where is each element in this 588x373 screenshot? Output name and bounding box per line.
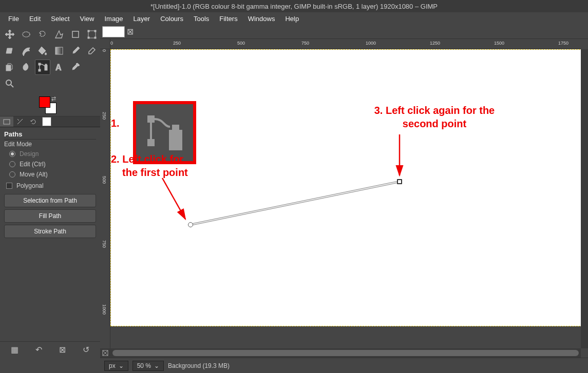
svg-rect-6	[94, 37, 96, 38]
menu-edit[interactable]: Edit	[24, 13, 46, 24]
mode-move[interactable]: Move (Alt)	[4, 169, 96, 180]
document-tab[interactable]	[102, 26, 125, 37]
svg-rect-18	[147, 115, 155, 123]
radio-icon	[9, 171, 15, 178]
ruler-label: 1250	[430, 41, 440, 46]
zoom-selector[interactable]: 50 % ⌄	[132, 361, 164, 371]
path-anchor-active[interactable]	[397, 179, 402, 184]
device-status-tab[interactable]	[13, 116, 27, 127]
svg-line-17	[191, 182, 400, 225]
menu-image[interactable]: Image	[99, 13, 128, 24]
path	[111, 50, 581, 327]
horizontal-scrollbar[interactable]	[110, 348, 581, 358]
ruler-label: 1500	[494, 41, 504, 46]
free-select-tool[interactable]	[35, 27, 50, 42]
ruler-corner[interactable]	[100, 39, 110, 49]
annotation-3: 3. Left click again for the second point	[352, 104, 517, 130]
selection-from-path-button[interactable]: Selection from Path	[4, 194, 96, 207]
menu-file[interactable]: File	[3, 13, 24, 24]
zoom-label: 50 %	[137, 362, 151, 369]
svg-rect-7	[55, 47, 63, 54]
unit-selector[interactable]: px ⌄	[104, 361, 128, 371]
fill-path-button[interactable]: Fill Path	[4, 209, 96, 223]
canvas[interactable]: 1. 2. Left click for the first point 3. …	[110, 49, 581, 326]
path-anchor[interactable]	[188, 222, 193, 227]
ruler-label: 250	[173, 41, 181, 46]
svg-rect-9	[39, 63, 41, 65]
dock-tabs	[0, 116, 100, 127]
svg-rect-10	[39, 69, 41, 71]
eraser-tool[interactable]	[84, 43, 100, 58]
navigation-preview-icon[interactable]	[100, 348, 110, 358]
polygonal-label: Polygonal	[16, 182, 44, 189]
images-tab[interactable]	[42, 117, 51, 126]
tool-options: Paths Edit Mode Design Edit (Ctrl) Move …	[0, 127, 100, 242]
window-title: *[Untitled]-1.0 (RGB colour 8-bit gamma …	[150, 3, 438, 10]
polygonal-option[interactable]: Polygonal	[4, 180, 96, 192]
left-panel: A ⇄ Paths Edit Mode Design Edit	[0, 25, 100, 358]
text-tool[interactable]: A	[51, 60, 67, 75]
svg-text:A: A	[55, 63, 62, 72]
ruler-label: 0	[102, 49, 107, 52]
crop-tool[interactable]	[68, 27, 83, 42]
paintbrush-tool[interactable]	[68, 43, 83, 58]
svg-point-0	[23, 32, 30, 37]
menu-windows[interactable]: Windows	[243, 13, 280, 24]
gradient-tool[interactable]	[51, 43, 67, 58]
options-title: Paths	[4, 129, 96, 140]
dock-bottom-icons: ▦ ↶ ⊠ ↺	[0, 341, 100, 358]
paths-tool[interactable]	[35, 60, 50, 75]
svg-rect-5	[88, 37, 89, 38]
delete-options-icon[interactable]: ⊠	[59, 345, 66, 355]
svg-rect-4	[94, 30, 96, 32]
close-tab-icon[interactable]: ⊠	[127, 27, 134, 36]
title-bar: *[Untitled]-1.0 (RGB colour 8-bit gamma …	[0, 0, 588, 12]
main-area: A ⇄ Paths Edit Mode Design Edit	[0, 25, 588, 358]
swap-colors-icon[interactable]: ⇄	[51, 95, 56, 102]
clone-tool[interactable]	[2, 60, 17, 75]
menu-colours[interactable]: Colours	[155, 13, 188, 24]
menu-help[interactable]: Help	[280, 13, 304, 24]
annotation-2: 2. Left click for the first point	[111, 152, 188, 179]
move-tool[interactable]	[2, 27, 17, 42]
svg-rect-8	[6, 65, 11, 71]
mode-design[interactable]: Design	[4, 149, 96, 159]
restore-options-icon[interactable]: ↶	[35, 345, 42, 355]
menu-tools[interactable]: Tools	[188, 13, 214, 24]
svg-rect-11	[45, 65, 47, 70]
tool-options-tab[interactable]	[0, 116, 13, 127]
menu-filters[interactable]: Filters	[214, 13, 242, 24]
vertical-scrollbar[interactable]	[581, 49, 588, 348]
svg-rect-12	[45, 64, 47, 65]
menu-select[interactable]: Select	[46, 13, 74, 24]
fuzzy-select-tool[interactable]	[51, 27, 67, 42]
foreground-color[interactable]	[39, 96, 50, 108]
mode-edit[interactable]: Edit (Ctrl)	[4, 159, 96, 169]
ruler-label: 1000	[366, 41, 376, 46]
reset-options-icon[interactable]: ↺	[83, 345, 89, 355]
unified-transform-tool[interactable]	[84, 27, 100, 42]
annotation-1: 1.	[111, 116, 120, 130]
warp-tool[interactable]	[18, 43, 34, 58]
canvas-viewport[interactable]: 1. 2. Left click for the first point 3. …	[110, 49, 581, 348]
bucket-fill-tool[interactable]	[35, 43, 50, 58]
zoom-tool[interactable]	[2, 76, 17, 91]
annotation-text: the first point	[111, 167, 188, 178]
stroke-path-button[interactable]: Stroke Path	[4, 225, 96, 238]
vertical-ruler[interactable]: 0 250 500 750 1000	[100, 49, 110, 348]
smudge-tool[interactable]	[18, 60, 34, 75]
mode-label: Design	[20, 150, 39, 158]
rotate-tool[interactable]	[2, 43, 17, 58]
mode-label: Move (Alt)	[20, 171, 48, 178]
ellipse-select-tool[interactable]	[18, 27, 34, 42]
svg-point-14	[6, 80, 11, 85]
horizontal-ruler[interactable]: 0 250 500 750 1000 1250 1500 1750	[110, 39, 581, 49]
color-picker-tool[interactable]	[68, 60, 83, 75]
save-options-icon[interactable]: ▦	[11, 345, 18, 355]
annotation-text: 3. Left click again for the	[374, 105, 495, 116]
annotation-text: 2. Left click for	[111, 153, 183, 165]
menu-layer[interactable]: Layer	[128, 13, 156, 24]
undo-history-tab[interactable]	[27, 116, 40, 127]
svg-rect-3	[88, 30, 89, 32]
menu-view[interactable]: View	[75, 13, 100, 24]
